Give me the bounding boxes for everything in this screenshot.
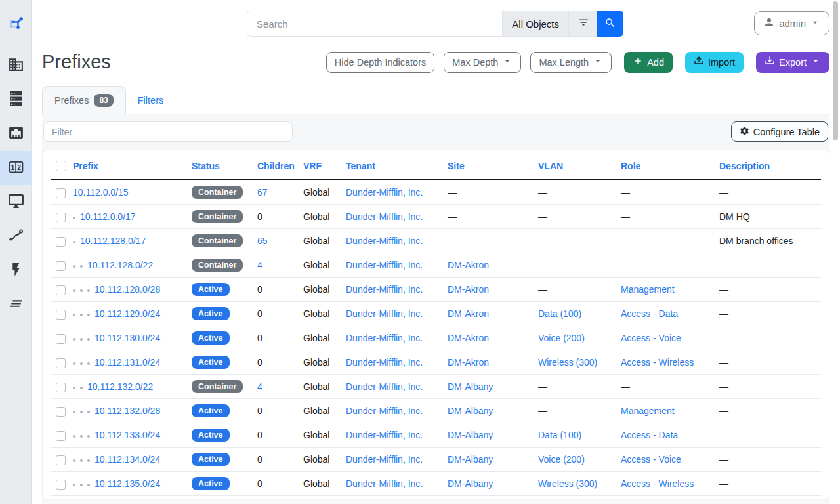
column-header-status[interactable]: Status xyxy=(186,150,252,180)
sort-link-status[interactable]: Status xyxy=(192,161,220,171)
sidebar-item-virtualization[interactable] xyxy=(0,185,32,219)
row-checkbox[interactable] xyxy=(56,213,66,222)
role-link[interactable]: Management xyxy=(621,406,675,416)
search-filter-button[interactable] xyxy=(568,10,597,37)
prefix-link[interactable]: 10.112.128.0/28 xyxy=(94,284,160,295)
tenant-link[interactable]: Dunder-Mifflin, Inc. xyxy=(346,260,423,270)
role-link[interactable]: Access - Data xyxy=(621,308,678,319)
tenant-link[interactable]: Dunder-Mifflin, Inc. xyxy=(346,187,423,198)
prefix-link[interactable]: 10.112.132.0/28 xyxy=(94,406,160,416)
netbox-logo[interactable] xyxy=(0,0,31,49)
role-link[interactable]: Access - Voice xyxy=(621,333,681,343)
prefix-link[interactable]: 10.112.133.0/24 xyxy=(94,430,160,440)
column-header-children[interactable]: Children xyxy=(252,150,298,180)
tenant-link[interactable]: Dunder-Mifflin, Inc. xyxy=(346,357,423,368)
table-filter-input[interactable] xyxy=(43,121,293,142)
search-submit-button[interactable] xyxy=(597,10,623,37)
role-link[interactable]: Access - Wireless xyxy=(621,478,694,489)
hide-depth-indicators-button[interactable]: Hide Depth Indicators xyxy=(326,52,434,73)
column-header-vlan[interactable]: VLAN xyxy=(533,150,616,180)
tenant-link[interactable]: Dunder-Mifflin, Inc. xyxy=(346,308,423,319)
prefix-link[interactable]: 10.112.128.0/17 xyxy=(80,236,146,246)
tenant-link[interactable]: Dunder-Mifflin, Inc. xyxy=(346,236,423,246)
sort-link-role[interactable]: Role xyxy=(621,161,640,171)
role-link[interactable]: Access - Voice xyxy=(621,454,681,465)
column-header-role[interactable]: Role xyxy=(616,150,714,180)
configure-table-button[interactable]: Configure Table xyxy=(731,121,828,142)
prefix-link[interactable]: 10.112.132.0/22 xyxy=(87,381,153,392)
vlan-link[interactable]: Data (100) xyxy=(538,430,581,440)
prefix-link[interactable]: 10.112.129.0/24 xyxy=(94,308,160,319)
site-link[interactable]: DM-Akron xyxy=(448,333,489,343)
import-button[interactable]: Import xyxy=(685,52,744,73)
row-checkbox[interactable] xyxy=(56,285,66,295)
sort-link-prefix[interactable]: Prefix xyxy=(73,161,98,171)
prefix-link[interactable]: 10.112.0.0/17 xyxy=(80,211,136,222)
add-button[interactable]: Add xyxy=(624,52,673,73)
column-header-prefix[interactable]: Prefix xyxy=(68,150,186,180)
vlan-link[interactable]: Voice (200) xyxy=(538,333,585,343)
tenant-link[interactable]: Dunder-Mifflin, Inc. xyxy=(346,211,423,222)
max-length-dropdown[interactable]: Max Length xyxy=(530,52,612,73)
scrollbar-thumb[interactable] xyxy=(833,1,838,140)
sidebar-item-power[interactable] xyxy=(0,253,32,287)
row-checkbox[interactable] xyxy=(56,334,66,344)
site-link[interactable]: DM-Albany xyxy=(448,430,493,440)
sort-link-children[interactable]: Children xyxy=(257,161,295,171)
prefix-link[interactable]: 10.112.128.0/22 xyxy=(87,260,153,270)
search-scope-select[interactable]: All Objects xyxy=(502,10,568,37)
sort-link-description[interactable]: Description xyxy=(719,161,770,171)
vlan-link[interactable]: Wireless (300) xyxy=(538,478,597,489)
prefix-link[interactable]: 10.112.0.0/15 xyxy=(73,187,129,198)
site-link[interactable]: DM-Albany xyxy=(448,406,493,416)
sort-link-tenant[interactable]: Tenant xyxy=(346,161,375,171)
tenant-link[interactable]: Dunder-Mifflin, Inc. xyxy=(346,406,423,416)
prefix-link[interactable]: 10.112.134.0/24 xyxy=(94,454,160,465)
sidebar-item-connections[interactable] xyxy=(0,117,32,151)
tenant-link[interactable]: Dunder-Mifflin, Inc. xyxy=(346,454,423,465)
children-link[interactable]: 65 xyxy=(257,236,268,246)
max-depth-dropdown[interactable]: Max Depth xyxy=(444,52,521,73)
scrollbar[interactable] xyxy=(831,0,840,504)
prefix-link[interactable]: 10.112.135.0/24 xyxy=(94,478,160,489)
sort-link-vlan[interactable]: VLAN xyxy=(538,161,563,171)
sort-link-site[interactable]: Site xyxy=(448,161,465,171)
row-checkbox[interactable] xyxy=(56,237,66,247)
row-checkbox[interactable] xyxy=(56,188,66,198)
prefix-link[interactable]: 10.112.131.0/24 xyxy=(94,357,160,368)
tab-prefixes[interactable]: Prefixes 83 xyxy=(42,86,126,114)
column-header-site[interactable]: Site xyxy=(442,150,533,180)
role-link[interactable]: Access - Data xyxy=(621,430,678,440)
vlan-link[interactable]: Voice (200) xyxy=(538,454,585,465)
site-link[interactable]: DM-Albany xyxy=(448,454,493,465)
sidebar-item-other[interactable] xyxy=(0,287,32,322)
tenant-link[interactable]: Dunder-Mifflin, Inc. xyxy=(346,478,423,489)
children-link[interactable]: 4 xyxy=(257,381,262,392)
column-header-select[interactable] xyxy=(51,150,68,180)
site-link[interactable]: DM-Akron xyxy=(448,260,489,270)
sidebar-item-circuits[interactable] xyxy=(0,219,32,253)
row-checkbox[interactable] xyxy=(56,383,66,392)
row-checkbox[interactable] xyxy=(56,261,66,271)
vlan-link[interactable]: Wireless (300) xyxy=(538,357,597,368)
user-menu-button[interactable]: admin xyxy=(754,11,830,35)
column-header-tenant[interactable]: Tenant xyxy=(341,150,442,180)
tenant-link[interactable]: Dunder-Mifflin, Inc. xyxy=(346,284,423,295)
sidebar-item-organization[interactable] xyxy=(0,49,32,83)
role-link[interactable]: Management xyxy=(621,284,675,295)
search-input[interactable] xyxy=(247,10,502,37)
tenant-link[interactable]: Dunder-Mifflin, Inc. xyxy=(346,430,423,440)
sort-link-vrf[interactable]: VRF xyxy=(303,161,322,171)
prefix-link[interactable]: 10.112.130.0/24 xyxy=(94,333,160,343)
sidebar-item-devices[interactable] xyxy=(0,83,32,117)
vlan-link[interactable]: Data (100) xyxy=(538,308,581,319)
tenant-link[interactable]: Dunder-Mifflin, Inc. xyxy=(346,333,423,343)
select-all-checkbox[interactable] xyxy=(56,161,66,171)
export-dropdown[interactable]: Export xyxy=(756,52,830,73)
role-link[interactable]: Access - Wireless xyxy=(621,357,694,368)
site-link[interactable]: DM-Akron xyxy=(448,284,489,295)
children-link[interactable]: 67 xyxy=(257,187,268,198)
tab-filters[interactable]: Filters xyxy=(126,86,175,114)
sidebar-item-ipam[interactable]: 12 xyxy=(0,151,32,185)
children-link[interactable]: 4 xyxy=(257,260,262,270)
